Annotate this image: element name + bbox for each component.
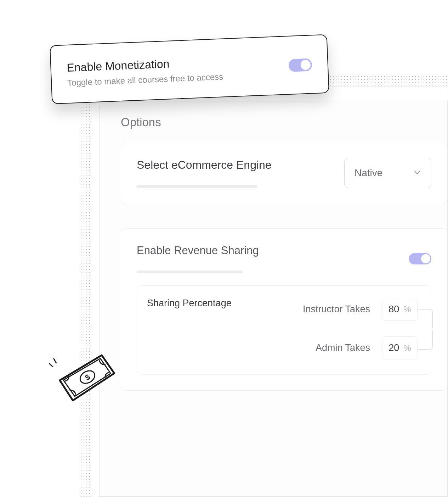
sharing-percentage-title: Sharing Percentage [147, 298, 232, 359]
enable-monetization-card: Enable Monetization Toggle to make all c… [50, 34, 329, 104]
options-card: Options Select eCommerce Engine Native [99, 101, 448, 497]
instructor-percent-value: 80 [389, 304, 399, 315]
instructor-takes-label: Instructor Takes [303, 304, 370, 315]
dotted-frame-left [80, 75, 91, 497]
bracket-connector-icon [418, 307, 433, 352]
enable-monetization-toggle[interactable] [288, 58, 312, 72]
instructor-row: Instructor Takes 80 % [246, 298, 418, 321]
admin-takes-label: Admin Takes [316, 342, 370, 353]
ecommerce-card: Select eCommerce Engine Native [121, 142, 447, 204]
revenue-sharing-label: Enable Revenue Sharing [137, 244, 259, 257]
svg-line-1 [53, 358, 56, 363]
percent-sign: % [403, 343, 411, 353]
options-heading: Options [121, 116, 447, 129]
placeholder-bar [137, 185, 257, 188]
revenue-sharing-card: Enable Revenue Sharing Sharing Percentag… [121, 228, 447, 391]
placeholder-bar [137, 270, 243, 273]
revenue-sharing-toggle[interactable] [409, 253, 431, 264]
svg-line-0 [49, 363, 53, 368]
admin-percent-value: 20 [389, 342, 399, 353]
admin-row: Admin Takes 20 % [246, 336, 418, 359]
admin-percent-input[interactable]: 20 % [382, 336, 418, 359]
ecommerce-label: Select eCommerce Engine [137, 158, 272, 172]
ecommerce-select[interactable]: Native [344, 158, 431, 188]
ecommerce-selected-value: Native [355, 167, 382, 179]
percent-sign: % [403, 305, 411, 314]
enable-monetization-title: Enable Monetization [67, 55, 223, 74]
enable-monetization-subtitle: Toggle to make all courses free to acces… [67, 72, 223, 88]
chevron-down-icon [413, 168, 421, 178]
main-panel: Options Select eCommerce Engine Native [91, 86, 448, 497]
sharing-percentage-panel: Sharing Percentage Instructor Takes 80 %… [137, 285, 431, 375]
instructor-percent-input[interactable]: 80 % [382, 298, 418, 321]
